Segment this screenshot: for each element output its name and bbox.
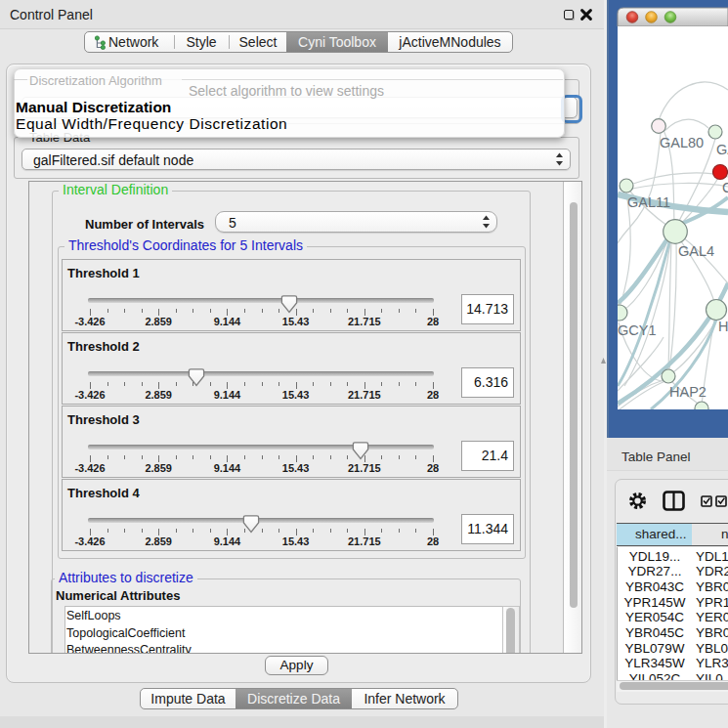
svg-text:H: H: [718, 319, 728, 334]
svg-text:C: C: [722, 180, 728, 195]
svg-text:GAL4: GAL4: [678, 243, 714, 259]
svg-text:HAP2: HAP2: [669, 384, 707, 400]
svg-text:GAL11: GAL11: [627, 194, 670, 210]
svg-text:GA: GA: [716, 142, 728, 157]
svg-text:GCY1: GCY1: [618, 322, 657, 338]
svg-text:GAL80: GAL80: [660, 135, 704, 150]
